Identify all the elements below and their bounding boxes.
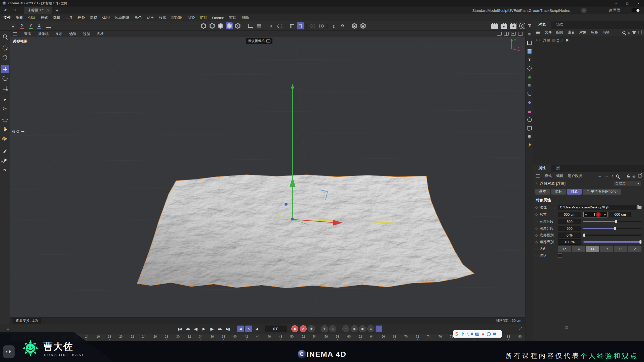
polygon-pen-tool-icon[interactable]: [1, 135, 9, 143]
top-level-slider[interactable]: [583, 240, 641, 244]
make-editable-icon[interactable]: [200, 22, 207, 29]
render-to-picture-icon[interactable]: ▶: [500, 22, 507, 29]
render-view-icon[interactable]: [491, 22, 498, 29]
last-tool-icon[interactable]: [10, 22, 17, 29]
workspace-item[interactable]: Track: [540, 8, 549, 13]
home-icon[interactable]: ⌂: [628, 30, 630, 34]
timeline-tick[interactable]: 16: [96, 335, 100, 340]
timeline-corner-icon[interactable]: ⤢: [519, 326, 522, 331]
menu-item[interactable]: Octane: [212, 16, 224, 20]
knife-tool-icon[interactable]: [1, 156, 9, 164]
spherical-checkbox[interactable]: [558, 253, 562, 258]
timeline-tick[interactable]: 40: [233, 335, 236, 340]
am-menu-item[interactable]: 用户数据: [568, 174, 582, 178]
go-to-end-button[interactable]: ▶▮: [224, 326, 231, 332]
am-search-icon[interactable]: [616, 174, 619, 177]
keying-settings-button[interactable]: ✱: [308, 325, 315, 332]
phong-tag-icon[interactable]: ⚑: [566, 38, 569, 43]
next-frame-button[interactable]: ▮▶: [208, 326, 215, 332]
top-level-field[interactable]: 100 %: [558, 239, 581, 245]
section-tab[interactable]: 坐标: [551, 189, 566, 195]
sphere-primitive-icon[interactable]: [527, 134, 532, 139]
timeline-tick[interactable]: 76: [438, 335, 442, 340]
timeline-tick[interactable]: 26: [153, 335, 157, 340]
timeline-tick[interactable]: 20: [119, 335, 123, 340]
autokey-button[interactable]: A: [300, 325, 307, 332]
previous-key-button[interactable]: ◀◆: [184, 326, 191, 332]
polygons-mode-icon[interactable]: [226, 22, 233, 29]
object-manager-tab[interactable]: 对象: [533, 21, 551, 29]
timeline-tick[interactable]: 72: [416, 335, 419, 340]
quantize-icon[interactable]: [297, 22, 304, 29]
menu-item[interactable]: 跟踪器: [171, 15, 183, 20]
om-menu-item[interactable]: 编辑: [556, 30, 563, 35]
om-menu-item[interactable]: 书签: [602, 30, 610, 35]
timeline-tick[interactable]: 62: [359, 335, 362, 340]
undo-icon[interactable]: ↶: [3, 8, 9, 13]
back-icon[interactable]: ←: [598, 174, 602, 178]
menu-item[interactable]: 文件: [4, 15, 11, 20]
workspace-item[interactable]: Groom: [529, 8, 540, 13]
size-x-field[interactable]: 600 cm: [558, 212, 581, 217]
ime-toolbox-icon[interactable]: [493, 333, 496, 335]
edges-mode-icon[interactable]: [217, 22, 224, 29]
viewport-canvas[interactable]: [10, 37, 525, 317]
grid-icon[interactable]: [288, 22, 295, 29]
axis-x-lock-button[interactable]: X: [19, 22, 26, 29]
spinner-right-icon[interactable]: ▶: [604, 213, 606, 216]
mograph-icon[interactable]: [527, 100, 532, 105]
om-menu-item[interactable]: 对象: [579, 30, 586, 35]
om-menu-item[interactable]: 查看: [568, 30, 575, 35]
camera-label[interactable]: 默认摄像机: [246, 38, 272, 44]
orientation-button[interactable]: +X: [558, 246, 571, 252]
width-segments-field[interactable]: 500: [558, 219, 581, 224]
timeline-tick[interactable]: 24: [142, 335, 145, 340]
ime-skin-icon[interactable]: [481, 333, 485, 335]
record-keyframe-button[interactable]: ◆: [291, 325, 298, 332]
timeline-tick[interactable]: 28: [165, 335, 168, 340]
menu-item[interactable]: 帮助: [241, 15, 249, 20]
target-icon[interactable]: ◎: [632, 174, 635, 178]
auto-mode-icon[interactable]: A: [359, 22, 367, 29]
menu-item[interactable]: 创建: [28, 15, 36, 20]
workspace-item[interactable]: UVEdit: [508, 8, 520, 13]
volume-object-icon[interactable]: [527, 83, 532, 88]
am-menu-item[interactable]: 模式: [545, 174, 552, 178]
close-button[interactable]: ×: [633, 0, 644, 7]
object-name[interactable]: 浮雕: [543, 38, 550, 43]
menu-item[interactable]: 体积: [102, 15, 110, 20]
points-mode-icon[interactable]: [209, 22, 216, 29]
ime-logo-icon[interactable]: S: [455, 331, 458, 337]
object-row[interactable]: └ ≈ 浮雕 ✓ ⚑: [535, 37, 644, 43]
timeline-tick[interactable]: 90: [518, 335, 521, 340]
preset-dropdown[interactable]: 自定义▼: [613, 180, 641, 187]
search-icon[interactable]: [622, 31, 625, 34]
snap-icon[interactable]: U: [267, 22, 274, 29]
parameter-key-icon[interactable]: ◉: [351, 325, 358, 332]
ime-punctuation-icon[interactable]: °,: [467, 332, 469, 336]
ime-language-icon[interactable]: 中: [461, 332, 464, 336]
am-external-icon[interactable]: [638, 174, 641, 177]
frame-mode-button[interactable]: A: [245, 326, 252, 332]
forward-icon[interactable]: →: [605, 174, 609, 178]
field-icon[interactable]: [527, 109, 532, 114]
menu-item[interactable]: 运动图形: [114, 15, 130, 20]
workspace-item[interactable]: Standard: [472, 8, 488, 13]
enable-check-icon[interactable]: ✓: [560, 38, 564, 43]
timeline-tick[interactable]: 70: [404, 335, 408, 340]
axis-y-lock-button[interactable]: Y: [27, 22, 34, 29]
om-menu-item[interactable]: 文件: [545, 30, 552, 35]
current-frame-field[interactable]: 0 F: [265, 326, 287, 332]
rotation-key-icon[interactable]: ◎: [329, 325, 336, 332]
workspace-item[interactable]: Script: [549, 8, 559, 13]
lock-icon[interactable]: [627, 176, 630, 177]
timeline-tick[interactable]: 88: [507, 335, 510, 340]
object-manager-tab[interactable]: 场次: [551, 21, 569, 29]
ime-keyboard-icon[interactable]: [475, 333, 479, 336]
timeline-ruler[interactable]: 0 2 4 6 8 10 12 14 16 18 20 22 24 26 28: [10, 334, 525, 341]
menu-item[interactable]: 网格: [90, 15, 97, 20]
timeline-tick[interactable]: 60: [347, 335, 350, 340]
move-tool-icon[interactable]: [1, 65, 9, 73]
menu-item[interactable]: 扩展: [200, 15, 207, 20]
sketch-tool-icon[interactable]: ∿: [1, 166, 9, 174]
